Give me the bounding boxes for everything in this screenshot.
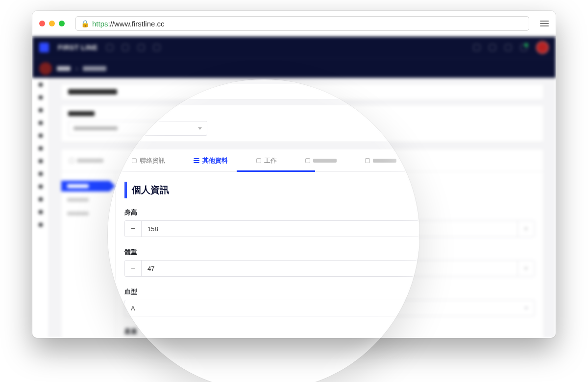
brand-label: FIRST LINE (58, 44, 98, 51)
rail-icon[interactable] (39, 223, 43, 227)
tab-work[interactable]: 工作 (256, 156, 277, 165)
tab-basic[interactable] (69, 158, 103, 163)
increment-button[interactable]: + (517, 221, 534, 237)
tab-work-label: 工作 (264, 156, 277, 165)
customer-name (68, 89, 117, 95)
left-rail (32, 78, 49, 338)
rail-icon[interactable] (39, 210, 43, 214)
section-nav-item[interactable] (61, 181, 115, 191)
url-scheme: https (92, 20, 108, 28)
header-icon[interactable] (106, 44, 113, 51)
rail-icon[interactable] (39, 108, 43, 112)
briefcase-icon (256, 158, 261, 163)
tab-item[interactable] (305, 158, 337, 163)
decrement-button[interactable]: − (125, 221, 142, 237)
rail-icon[interactable] (39, 197, 43, 201)
decrement-button[interactable]: − (125, 261, 142, 276)
notification-dot-icon (524, 43, 528, 47)
maximize-window-button[interactable] (59, 21, 65, 26)
header-icon[interactable] (505, 44, 512, 51)
rail-icon[interactable] (39, 134, 43, 138)
browser-toolbar: 🔒 https ://www.firstline.cc (32, 11, 556, 37)
breadcrumb[interactable] (83, 66, 106, 71)
notifications-icon[interactable] (520, 44, 527, 51)
rail-icon[interactable] (39, 96, 43, 99)
breadcrumb-bar: › (32, 58, 556, 78)
rail-icon[interactable] (39, 121, 43, 125)
app-header: FIRST LINE (32, 37, 556, 58)
tab-contact-label: 聯絡資訊 (140, 156, 165, 165)
browser-menu-button[interactable] (540, 19, 549, 28)
section-nav-item[interactable] (61, 208, 115, 219)
rail-icon[interactable] (39, 146, 43, 150)
url-bar[interactable]: 🔒 https ://www.firstline.cc (75, 16, 529, 31)
rail-icon[interactable] (39, 159, 43, 163)
avatar[interactable] (536, 41, 549, 54)
blood-value: A (131, 305, 135, 312)
breadcrumb[interactable] (57, 66, 71, 71)
rail-icon[interactable] (39, 172, 43, 176)
browser-frame: 🔒 https ://www.firstline.cc FIRST LINE › (32, 11, 556, 338)
rail-icon[interactable] (39, 83, 43, 87)
header-icon[interactable] (122, 44, 129, 51)
section-nav (61, 172, 115, 338)
app-logo-icon (39, 43, 49, 52)
header-icon[interactable] (489, 44, 496, 51)
minimize-window-button[interactable] (49, 21, 55, 26)
header-icon[interactable] (138, 44, 145, 51)
url-host: ://www.firstline.cc (108, 20, 165, 28)
tab-other[interactable]: 其他資料 (194, 156, 228, 165)
tab-contact[interactable]: 聯絡資訊 (132, 156, 165, 165)
window-controls (39, 21, 65, 26)
rail-icon[interactable] (39, 185, 43, 189)
search-icon[interactable] (473, 44, 480, 51)
chevron-down-icon (524, 307, 528, 310)
owner-label (68, 111, 95, 116)
section-nav-item[interactable] (61, 194, 115, 205)
increment-button[interactable]: + (517, 261, 534, 276)
lock-icon: 🔒 (81, 20, 89, 27)
close-window-button[interactable] (39, 21, 45, 26)
avatar (39, 62, 52, 75)
tab-icon (69, 158, 74, 163)
list-icon (194, 158, 199, 163)
header-icon[interactable] (153, 44, 160, 51)
tab-other-label: 其他資料 (202, 156, 228, 165)
doc-icon (132, 158, 137, 163)
tab-item[interactable] (365, 158, 396, 163)
